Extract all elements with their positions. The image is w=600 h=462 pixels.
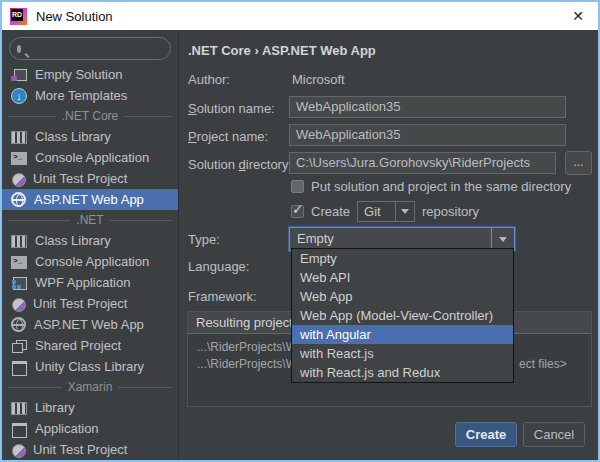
rider-logo-icon — [10, 8, 27, 25]
type-label: Type: — [188, 232, 220, 247]
sidebar-item-console-application-net[interactable]: Console Application — [2, 251, 178, 272]
author-label: Author: — [188, 72, 230, 87]
sidebar-item-shared-project[interactable]: Shared Project — [2, 335, 178, 356]
section-dotnet: .NET — [2, 210, 178, 230]
solution-icon — [11, 67, 27, 83]
settings-panel: .NET Core › ASP.NET Web App Author: Micr… — [179, 30, 598, 460]
results-path-line-2-right: ect files> — [519, 357, 567, 371]
vcs-combo-value: Git — [358, 202, 395, 221]
create-repository-label-before: Create — [311, 204, 350, 219]
unity-library-icon — [11, 359, 27, 375]
project-name-field[interactable]: WebApplication35 — [289, 124, 566, 146]
framework-label: Framework: — [188, 289, 257, 304]
dropdown-option-web-app[interactable]: Web App — [292, 287, 513, 306]
breadcrumb: .NET Core › ASP.NET Web App — [188, 43, 376, 58]
application-icon — [11, 421, 27, 437]
sidebar-item-class-library-net[interactable]: Class Library — [2, 230, 178, 251]
title-bar: New Solution ✕ — [2, 2, 598, 30]
type-combo-arrow-icon[interactable] — [491, 228, 514, 250]
same-directory-label: Put solution and project in the same dir… — [311, 179, 571, 194]
project-name-label: Project name: — [188, 129, 268, 144]
sidebar-item-aspnet-web-app-net[interactable]: ASP.NET Web App — [2, 314, 178, 335]
dropdown-option-with-react-redux[interactable]: with React.js and Redux — [292, 363, 513, 382]
sidebar-item-empty-solution[interactable]: Empty Solution — [2, 64, 178, 85]
section-xamarin: Xamarin — [2, 377, 178, 397]
close-icon[interactable]: ✕ — [558, 2, 598, 30]
class-library-icon — [11, 235, 27, 248]
sidebar-item-unit-test-project-net[interactable]: Unit Test Project — [2, 293, 178, 314]
unit-test-icon — [12, 444, 26, 458]
more-templates-icon — [11, 88, 27, 104]
same-directory-checkbox-row: Put solution and project in the same dir… — [291, 179, 571, 194]
dropdown-option-with-react[interactable]: with React.js — [292, 344, 513, 363]
results-path-line-2: ...\RiderProjects\W — [197, 357, 297, 371]
dropdown-option-web-app-mvc[interactable]: Web App (Model-View-Controller) — [292, 306, 513, 325]
dropdown-option-web-api[interactable]: Web API — [292, 268, 513, 287]
sidebar-item-xamarin-unit-test[interactable]: Unit Test Project — [2, 439, 178, 460]
sidebar-item-console-application-core[interactable]: Console Application — [2, 147, 178, 168]
browse-button[interactable]: ... — [565, 151, 592, 175]
same-directory-checkbox[interactable] — [291, 180, 304, 193]
results-path-line-1: ...\RiderProjects\W — [197, 340, 297, 354]
sidebar-item-xamarin-application[interactable]: Application — [2, 418, 178, 439]
class-library-icon — [11, 131, 27, 144]
author-value: Microsoft — [292, 72, 345, 87]
console-icon — [11, 152, 27, 165]
sidebar-item-class-library-core[interactable]: Class Library — [2, 126, 178, 147]
sidebar-item-aspnet-web-app-core[interactable]: ASP.NET Web App — [2, 189, 178, 210]
dropdown-option-empty[interactable]: Empty — [292, 249, 513, 268]
search-input[interactable] — [21, 38, 188, 59]
sidebar-item-unity-class-library[interactable]: Unity Class Library — [2, 356, 178, 377]
section-dotnet-core: .NET Core — [2, 106, 178, 126]
search-box[interactable] — [9, 37, 171, 60]
create-button[interactable]: Create — [455, 422, 517, 447]
sidebar-item-more-templates[interactable]: More Templates — [2, 85, 178, 106]
web-app-globe-icon — [11, 192, 26, 207]
language-label: Language: — [188, 259, 249, 274]
solution-name-label: Solution name: — [188, 101, 275, 116]
cancel-button[interactable]: Cancel — [523, 422, 585, 447]
template-list: Empty Solution More Templates .NET Core … — [2, 64, 178, 460]
shared-project-icon — [11, 338, 27, 354]
web-app-globe-icon — [11, 317, 26, 332]
create-repository-label-after: repository — [422, 204, 479, 219]
solution-name-field[interactable]: WebApplication35 — [289, 96, 566, 118]
new-solution-dialog: New Solution ✕ Empty Solution More Templ… — [0, 0, 600, 462]
unit-test-icon — [12, 173, 26, 187]
window-title: New Solution — [36, 9, 113, 24]
search-icon — [17, 45, 21, 53]
create-repository-checkbox[interactable] — [291, 205, 304, 218]
vcs-combo[interactable]: Git — [357, 201, 415, 222]
template-sidebar: Empty Solution More Templates .NET Core … — [2, 30, 179, 460]
type-dropdown-popup: Empty Web API Web App Web App (Model-Vie… — [291, 248, 514, 383]
unit-test-icon — [12, 298, 26, 312]
solution-directory-label: Solution directory: — [188, 157, 292, 172]
console-icon — [11, 256, 27, 269]
sidebar-item-unit-test-project-core[interactable]: Unit Test Project — [2, 168, 178, 189]
dropdown-option-with-angular[interactable]: with Angular — [292, 325, 513, 344]
solution-directory-field[interactable]: C:\Users\Jura.Gorohovsky\RiderProjects — [289, 152, 556, 174]
sidebar-item-xamarin-library[interactable]: Library — [2, 397, 178, 418]
wpf-icon — [11, 275, 27, 291]
type-combo-value: Empty — [290, 228, 491, 250]
vcs-checkbox-row: Create Git repository — [291, 201, 479, 222]
sidebar-item-wpf-application[interactable]: WPF Application — [2, 272, 178, 293]
class-library-icon — [11, 402, 27, 415]
vcs-combo-arrow-icon[interactable] — [395, 202, 414, 221]
